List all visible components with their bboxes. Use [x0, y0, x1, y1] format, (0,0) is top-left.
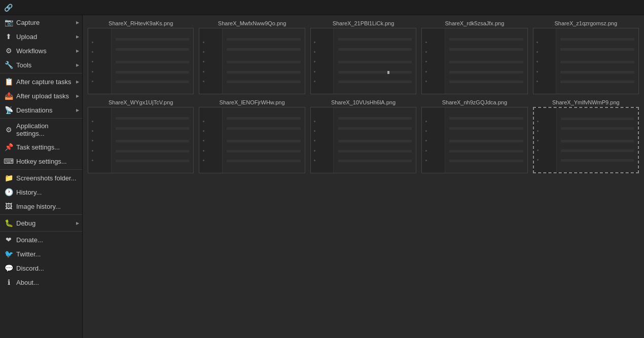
sidebar: 📷Capture⬆Upload⚙Workflows🔧Tools📋After ca… [0, 15, 83, 338]
debug-icon: 🐛 [4, 218, 13, 228]
sidebar-item-task-settings[interactable]: 📌Task settings... [0, 140, 82, 154]
image-grid: ShareX_RHtevK9aKs.pngShareX_MwfxNww9Qo.p… [88, 20, 639, 173]
image-card-thumbnail[interactable] [199, 28, 305, 94]
upload-icon: ⬆ [4, 32, 13, 41]
twitter-icon: 🐦 [4, 249, 13, 258]
sidebar-item-destinations[interactable]: 📡Destinations [0, 103, 82, 117]
image-card[interactable]: ShareX_RHtevK9aKs.png [88, 20, 194, 94]
capture-icon: 📷 [4, 18, 13, 27]
titlebar-controls [595, 2, 640, 13]
sidebar-label-image-history: Image history... [16, 203, 61, 210]
image-card-thumbnail[interactable] [310, 107, 416, 173]
sidebar-label-debug: Debug [16, 219, 35, 227]
sidebar-label-hotkey-settings: Hotkey settings... [16, 158, 67, 165]
sidebar-item-discord[interactable]: 💬Discord... [0, 261, 82, 275]
image-history-icon: 🖼 [4, 202, 13, 211]
task-settings-icon: 📌 [4, 142, 13, 152]
sidebar-item-hotkey-settings[interactable]: ⌨Hotkey settings... [0, 154, 82, 168]
sidebar-label-capture: Capture [16, 19, 40, 26]
sidebar-item-debug[interactable]: 🐛Debug [0, 216, 82, 230]
image-card[interactable]: ShareX_YmlfvNWmP9.png [533, 99, 639, 173]
tools-icon: 🔧 [4, 60, 13, 69]
image-card[interactable]: ShareX_10VUsHh6lA.png [310, 99, 416, 173]
image-card-title: ShareX_rdk5zsaJfx.png [421, 20, 527, 26]
sidebar-separator [0, 118, 82, 119]
close-button[interactable] [626, 2, 640, 13]
image-card[interactable]: ShareX_21PBl1LiCk.png [310, 20, 416, 94]
sidebar-separator [0, 73, 82, 73]
sidebar-item-donate[interactable]: ❤Donate... [0, 233, 82, 247]
after-capture-icon: 📋 [4, 77, 13, 86]
sidebar-separator [0, 231, 82, 232]
sidebar-label-workflows: Workflows [16, 47, 47, 55]
about-icon: ℹ [4, 278, 13, 287]
image-card-title: ShareX_YmlfvNWmP9.png [533, 99, 639, 105]
titlebar-left: 🔗 [4, 4, 16, 12]
sidebar-label-discord: Discord... [16, 265, 44, 272]
sidebar-label-app-settings: Application settings... [16, 122, 78, 137]
image-card-thumbnail[interactable] [421, 28, 527, 94]
maximize-button[interactable] [611, 2, 625, 13]
image-card[interactable]: ShareX_lENOFjrWHw.png [199, 99, 305, 173]
image-card-thumbnail[interactable] [88, 107, 194, 173]
sidebar-item-capture[interactable]: 📷Capture [0, 15, 82, 29]
image-card-title: ShareX_lENOFjrWHw.png [199, 99, 305, 105]
image-card-thumbnail[interactable] [533, 107, 639, 173]
sidebar-label-screenshots-folder: Screenshots folder... [16, 174, 77, 182]
image-card[interactable]: ShareX_nh9zGQJdca.png [421, 99, 527, 173]
sidebar-label-destinations: Destinations [16, 106, 53, 114]
minimize-button[interactable] [595, 2, 610, 13]
image-card[interactable]: ShareX_WYgx1UjTcV.png [88, 99, 194, 173]
image-card-title: ShareX_WYgx1UjTcV.png [88, 99, 194, 105]
hotkey-settings-icon: ⌨ [4, 157, 13, 166]
sidebar-label-about: About... [16, 279, 39, 286]
main-layout: 📷Capture⬆Upload⚙Workflows🔧Tools📋After ca… [0, 15, 644, 338]
image-card-title: ShareX_10VUsHh6lA.png [310, 99, 416, 105]
after-upload-icon: 📤 [4, 91, 13, 100]
discord-icon: 💬 [4, 264, 13, 273]
sidebar-label-upload: Upload [16, 33, 37, 41]
sidebar-item-workflows[interactable]: ⚙Workflows [0, 44, 82, 58]
sidebar-label-after-capture: After capture tasks [16, 78, 71, 86]
sidebar-separator [0, 169, 82, 170]
image-card-title: ShareX_z1qzrgomsz.png [533, 20, 639, 26]
sidebar-item-after-upload[interactable]: 📤After upload tasks [0, 89, 82, 103]
sidebar-separator [0, 214, 82, 215]
history-icon: 🕐 [4, 187, 13, 197]
sidebar-label-task-settings: Task settings... [16, 143, 60, 151]
image-card-title: ShareX_MwfxNww9Qo.png [199, 20, 305, 26]
titlebar: 🔗 [0, 0, 644, 15]
app-icon: 🔗 [4, 4, 13, 12]
sidebar-item-twitter[interactable]: 🐦Twitter... [0, 247, 82, 261]
app-settings-icon: ⚙ [4, 125, 13, 134]
content-area: ShareX_RHtevK9aKs.pngShareX_MwfxNww9Qo.p… [83, 15, 644, 338]
image-card-title: ShareX_nh9zGQJdca.png [421, 99, 527, 105]
sidebar-item-after-capture[interactable]: 📋After capture tasks [0, 74, 82, 89]
sidebar-item-upload[interactable]: ⬆Upload [0, 29, 82, 44]
image-card[interactable]: ShareX_rdk5zsaJfx.png [421, 20, 527, 94]
sidebar-item-image-history[interactable]: 🖼Image history... [0, 199, 82, 213]
image-card-thumbnail[interactable] [199, 107, 305, 173]
image-card-title: ShareX_RHtevK9aKs.png [88, 20, 194, 26]
image-card[interactable]: ShareX_MwfxNww9Qo.png [199, 20, 305, 94]
workflows-icon: ⚙ [4, 46, 13, 55]
sidebar-label-donate: Donate... [16, 236, 43, 244]
sidebar-item-screenshots-folder[interactable]: 📁Screenshots folder... [0, 171, 82, 185]
sidebar-item-app-settings[interactable]: ⚙Application settings... [0, 120, 82, 140]
screenshots-folder-icon: 📁 [4, 173, 13, 182]
image-card-thumbnail[interactable] [421, 107, 527, 173]
sidebar-item-tools[interactable]: 🔧Tools [0, 58, 82, 72]
sidebar-label-twitter: Twitter... [16, 250, 41, 258]
sidebar-item-history[interactable]: 🕐History... [0, 185, 82, 199]
sidebar-item-about[interactable]: ℹAbout... [0, 275, 82, 289]
sidebar-label-history: History... [16, 189, 42, 196]
sidebar-label-after-upload: After upload tasks [16, 92, 69, 100]
image-card-thumbnail[interactable] [533, 28, 639, 94]
image-card-thumbnail[interactable] [310, 28, 416, 94]
image-card[interactable]: ShareX_z1qzrgomsz.png [533, 20, 639, 94]
sidebar-label-tools: Tools [16, 61, 31, 69]
image-card-title: ShareX_21PBl1LiCk.png [310, 20, 416, 26]
destinations-icon: 📡 [4, 105, 13, 115]
donate-icon: ❤ [4, 235, 13, 244]
image-card-thumbnail[interactable] [88, 28, 194, 94]
